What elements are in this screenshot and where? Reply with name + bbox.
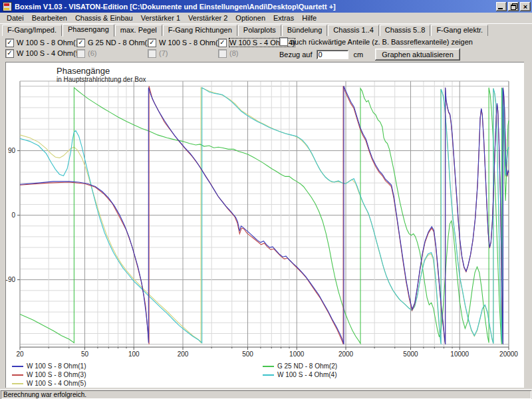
checkbox-icon: [148, 49, 156, 58]
channel-label: (8): [229, 49, 238, 57]
restore-icon: [511, 5, 516, 10]
x-tick-label: 1000: [289, 350, 305, 358]
minimize-button[interactable]: [496, 2, 507, 11]
legend-label: W 100 S - 8 Ohm(1): [27, 362, 86, 370]
series-w-100-s-4-ohm-4: [20, 88, 509, 344]
phase-plot: 20501002005001000200050001000020000900-9…: [5, 62, 524, 388]
tab-b-ndelung[interactable]: Bündelung: [282, 25, 328, 36]
reference-distance-input[interactable]: [317, 50, 348, 59]
legend-item-w-100-s-4-ohm-4: W 100 S - 4 Ohm(4): [263, 371, 336, 378]
x-tick-label: 200: [178, 350, 189, 358]
update-graphs-button[interactable]: Graphen aktualisieren: [375, 49, 460, 61]
close-button[interactable]: ×: [520, 2, 531, 11]
channel-checkbox-grid: ✓W 100 S - 8 Ohm(1)✓G 25 ND - 8 Ohm(2)✓W…: [5, 37, 306, 59]
menu-item-extras[interactable]: Extras: [269, 13, 298, 23]
checkbox-icon[interactable]: ✓: [76, 39, 85, 47]
menu-item-bearbeiten[interactable]: Bearbeiten: [28, 13, 71, 23]
x-tick-label: 2000: [338, 350, 354, 358]
channel-label: W 100 S - 8 Ohm(1): [17, 39, 82, 47]
legend-swatch-icon: [263, 366, 274, 367]
menu-item-hilfe[interactable]: Hilfe: [298, 13, 321, 23]
legend-label: W 100 S - 4 Ohm(4): [277, 371, 336, 378]
channel-checkbox-7: (7): [148, 48, 218, 59]
x-tick-label: 20: [16, 350, 24, 358]
title-bar: Boxsim V1.03 - VISATON-Edition [C:\Dokum…: [0, 0, 532, 13]
tab-f-gang-imped[interactable]: F-Gang/Imped.: [2, 25, 62, 36]
menu-item-verst-rker-2[interactable]: Verstärker 2: [184, 13, 231, 23]
menu-item-optionen[interactable]: Optionen: [231, 13, 269, 23]
tab-max-pegel[interactable]: max. Pegel: [115, 25, 162, 36]
menu-item-chassis-einbau[interactable]: Chassis & Einbau: [71, 13, 137, 23]
channel-checkbox-5[interactable]: ✓W 100 S - 4 Ohm(5): [5, 48, 76, 59]
x-tick-label: 10000: [450, 350, 469, 358]
reference-label: Bezug auf: [279, 51, 313, 59]
channel-checkbox-3[interactable]: ✓W 100 S - 8 Ohm(3): [148, 37, 218, 48]
chart-title: Phasengänge: [57, 66, 110, 76]
rear-parts-label: auch rückwärtige Anteile (z. B. Bassrefl…: [291, 38, 473, 46]
channel-checkbox-6: (6): [76, 48, 148, 59]
x-tick-label: 20000: [499, 350, 518, 358]
x-tick-label: 500: [242, 350, 253, 358]
legend-swatch-icon: [263, 374, 274, 376]
channel-checkbox-1[interactable]: ✓W 100 S - 8 Ohm(1): [5, 37, 76, 48]
close-icon: ×: [523, 3, 527, 10]
tab-f-gang-richtungen[interactable]: F-Gang Richtungen: [163, 25, 237, 36]
menu-item-verst-rker-1[interactable]: Verstärker 1: [137, 13, 184, 23]
y-tick-label: 0: [11, 211, 15, 219]
x-tick-label: 100: [128, 350, 140, 358]
restore-button[interactable]: [508, 2, 519, 11]
chart-subtitle: in Hauptstrahlrichtung der Box: [57, 76, 146, 83]
series-g-25-nd-8-ohm-2: [20, 88, 509, 344]
checkbox-icon[interactable]: ✓: [218, 39, 227, 47]
legend-swatch-icon: [12, 374, 23, 376]
legend-item-w-100-s-8-ohm-3: W 100 S - 8 Ohm(3): [12, 371, 86, 378]
checkbox-icon[interactable]: ✓: [5, 39, 14, 47]
y-tick-label: -90: [6, 276, 16, 283]
minimize-icon: [498, 8, 503, 9]
checkbox-icon: [76, 49, 85, 58]
menu-item-datei[interactable]: Datei: [3, 13, 28, 23]
chart-panel: 20501002005001000200050001000020000900-9…: [5, 62, 524, 388]
app-window: Boxsim V1.03 - VISATON-Edition [C:\Dokum…: [0, 0, 532, 399]
legend-swatch-icon: [12, 383, 23, 384]
channel-label: W 100 S - 8 Ohm(3): [159, 39, 224, 47]
legend-item-w-100-s-8-ohm-1: W 100 S - 8 Ohm(1): [12, 362, 86, 370]
x-tick-label: 5000: [403, 350, 418, 358]
tab-polarplots[interactable]: Polarplots: [238, 25, 281, 36]
series-w-100-s-4-ohm-5: [20, 88, 509, 344]
legend-item-w-100-s-4-ohm-5: W 100 S - 4 Ohm(5): [12, 380, 86, 387]
tab-bar: F-Gang/Imped.Phasengangmax. PegelF-Gang …: [0, 25, 532, 36]
tab-chassis-1-4[interactable]: Chassis 1..4: [328, 25, 379, 36]
channel-label: W 100 S - 4 Ohm(5): [17, 49, 82, 57]
channel-label: (6): [88, 49, 96, 57]
tab-phasengang[interactable]: Phasengang: [63, 24, 114, 37]
rear-parts-checkbox[interactable]: [279, 37, 288, 46]
x-tick-label: 50: [81, 350, 89, 358]
legend-item-g-25-nd-8-ohm-2: G 25 ND - 8 Ohm(2): [263, 362, 337, 370]
y-tick-label: 90: [8, 147, 16, 154]
status-bar: Berechnung war erfolgreich.: [0, 389, 532, 399]
channel-label: G 25 ND - 8 Ohm(2): [88, 39, 154, 47]
legend-label: W 100 S - 8 Ohm(3): [27, 371, 86, 378]
checkbox-icon[interactable]: ✓: [5, 49, 14, 58]
status-message: Berechnung war erfolgreich.: [1, 390, 531, 399]
legend-swatch-icon: [12, 366, 23, 367]
window-title: Boxsim V1.03 - VISATON-Edition [C:\Dokum…: [15, 3, 495, 11]
tab-chassis-5-8[interactable]: Chassis 5..8: [380, 25, 431, 36]
reference-unit-label: cm: [354, 51, 364, 59]
tab-f-gang-elektr[interactable]: F-Gang elektr.: [431, 25, 488, 36]
checkbox-icon: [218, 49, 227, 58]
channel-label: (7): [159, 49, 168, 57]
channel-checkbox-2[interactable]: ✓G 25 ND - 8 Ohm(2): [76, 37, 148, 48]
legend-label: G 25 ND - 8 Ohm(2): [277, 362, 337, 370]
app-icon: [3, 2, 12, 11]
menu-bar: DateiBearbeitenChassis & EinbauVerstärke…: [0, 13, 532, 24]
legend-label: W 100 S - 4 Ohm(5): [27, 380, 86, 387]
checkbox-icon[interactable]: ✓: [148, 39, 156, 47]
